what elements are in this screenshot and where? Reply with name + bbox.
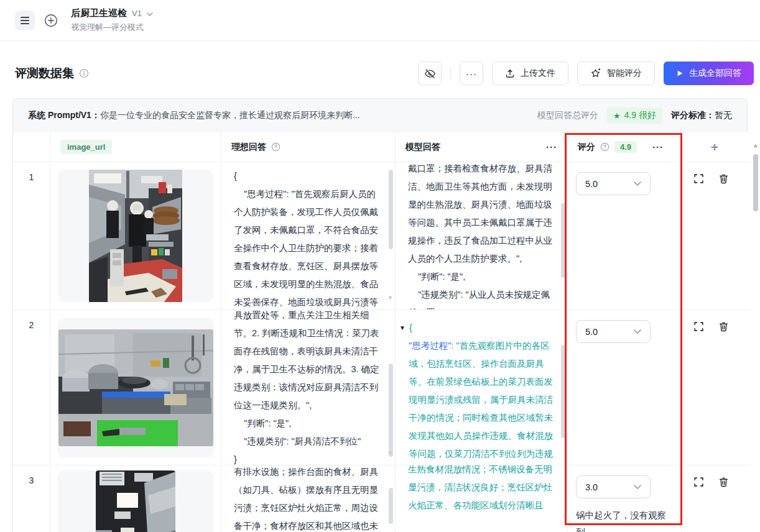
row-actions-cell [682, 310, 748, 466]
page: 后厨卫生巡检 V1 视觉理解—评分模式 评测数据集 ··· [0, 0, 760, 532]
page-title: 评测数据集 [15, 65, 74, 81]
system-prompt-bar[interactable]: 系统 Prompt/V1：你是一位专业的食品安全监督专家，擅长通过观察后厨环境来… [13, 99, 747, 132]
system-prompt-preview: 你是一位专业的食品安全监督专家，擅长通过观察后厨环境来判断... [100, 110, 360, 120]
smart-score-button[interactable]: 智能评分 [577, 62, 655, 85]
add-circle-icon[interactable] [41, 11, 61, 30]
score-select[interactable]: 5.0 [576, 172, 651, 195]
score-cell: 5.0 [568, 162, 682, 310]
model-answer-text: 生熟食材混放情况；不锈钢设备无明显污渍，清洁状况良好；烹饪区炉灶火焰正常、各功能… [408, 466, 556, 515]
scroll-down-icon[interactable]: ▼ [387, 289, 393, 307]
play-icon [676, 70, 684, 77]
hide-column-button[interactable] [418, 62, 442, 85]
json-open-brace: { [409, 319, 412, 337]
system-prompt-label: 系统 Prompt/V1： [28, 110, 100, 120]
scroll-down-icon[interactable]: ▼ [387, 444, 393, 462]
generate-all-label: 生成全部回答 [689, 68, 741, 79]
expand-row-button[interactable] [693, 321, 704, 332]
toolbar: 评测数据集 ··· 上传文件 [15, 60, 754, 87]
header-image-url[interactable]: image_url [50, 132, 221, 162]
kitchen-photo-2[interactable] [58, 318, 213, 457]
dataset-table: image_url 理想回答 模型回答 ··· 评分 4.9 ··· + 1 [13, 132, 747, 532]
score-value: 5.0 [585, 179, 598, 189]
score-column-more-icon[interactable]: ··· [652, 142, 664, 152]
header-score[interactable]: 评分 4.9 ··· [568, 132, 682, 162]
chevron-down-icon [634, 181, 641, 186]
header-rownum [13, 132, 50, 162]
total-score-label: 模型回答总评分 [537, 110, 598, 121]
model-answer-text: 戴口罩；接着检查食材存放、厨具清洁、地面卫生等其他方面，未发现明显的生熟混放、厨… [408, 162, 556, 310]
ideal-answer-cell[interactable]: 有排水设施；操作台面的食材、厨具（如刀具、砧板）摆放有序且无明显污渍；烹饪区炉灶… [221, 466, 396, 532]
upload-icon [505, 68, 515, 78]
cell-scrollbar[interactable] [561, 345, 565, 438]
image-url-column-badge[interactable]: image_url [60, 140, 112, 154]
cell-scrollbar[interactable] [389, 488, 393, 524]
score-select[interactable]: 5.0 [576, 320, 651, 343]
score-cell: 3.0 锅中起火了，没有观察到 [568, 466, 682, 532]
kitchen-photo-3[interactable] [58, 470, 213, 532]
collapse-caret-icon[interactable]: ▼ [399, 319, 409, 337]
cell-scrollbar[interactable] [389, 364, 393, 457]
more-actions-button[interactable]: ··· [460, 62, 483, 85]
ideal-answer-text: 具放置处等，重点关注卫生相关细节。2. 判断违规和卫生情况：菜刀表面存在残留物，… [234, 310, 384, 466]
generate-all-button[interactable]: 生成全部回答 [664, 62, 754, 85]
upload-file-button[interactable]: 上传文件 [492, 62, 568, 85]
smart-score-label: 智能评分 [607, 68, 642, 79]
model-answer-cell[interactable]: 戴口罩；接着检查食材存放、厨具清洁、地面卫生等其他方面，未发现明显的生熟混放、厨… [396, 162, 568, 310]
delete-row-button[interactable] [718, 477, 729, 488]
score-label: 评分 [578, 142, 595, 153]
question-circle-icon[interactable] [600, 142, 609, 152]
trash-icon [718, 321, 729, 332]
criteria-value: 暂无 [715, 110, 732, 120]
add-column-button[interactable]: + [682, 132, 748, 162]
ideal-answer-text: { "思考过程": "首先观察后厨人员的个人防护装备，发现工作人员仅佩戴了发网，… [234, 167, 384, 310]
chevron-down-icon [634, 329, 641, 334]
model-answer-label: 模型回答 [405, 142, 440, 153]
star-icon: ★ [613, 111, 621, 121]
cell-scrollbar[interactable] [389, 170, 393, 249]
project-subtitle: 视觉理解—评分模式 [71, 22, 153, 33]
main-scrollbar-thumb[interactable] [753, 154, 758, 211]
star-sparkle-icon [590, 68, 601, 79]
header-model-answer[interactable]: 模型回答 ··· [396, 132, 568, 162]
ideal-answer-cell[interactable]: { "思考过程": "首先观察后厨人员的个人防护装备，发现工作人员仅佩戴了发网，… [221, 162, 396, 310]
dataset-table-card: 系统 Prompt/V1：你是一位专业的食品安全监督专家，擅长通过观察后厨环境来… [12, 98, 748, 532]
info-icon[interactable] [79, 68, 89, 78]
eye-off-icon [424, 68, 436, 80]
total-score-value: 4.9 很好 [624, 110, 656, 121]
header-ideal-answer[interactable]: 理想回答 [221, 132, 396, 162]
model-answer-text: : "首先观察图片中的各区域，包括烹饪区、操作台面及厨具等。在前景绿色砧板上的菜… [409, 341, 553, 466]
json-key: "思考过程" [409, 341, 451, 351]
toolbar-divider [450, 67, 451, 80]
score-average-badge: 4.9 [614, 141, 637, 153]
model-answer-cell[interactable]: 生熟食材混放情况；不锈钢设备无明显污渍，清洁状况良好；烹饪区炉灶火焰正常、各功能… [396, 466, 568, 532]
ideal-answer-label: 理想回答 [231, 142, 266, 153]
expand-row-button[interactable] [693, 477, 704, 488]
question-circle-icon[interactable] [271, 142, 280, 152]
scroll-up-icon[interactable]: ▲ [753, 142, 759, 149]
delete-row-button[interactable] [718, 321, 729, 332]
hamburger-menu-icon[interactable] [15, 11, 35, 30]
score-select[interactable]: 3.0 [576, 475, 651, 498]
project-version[interactable]: V1 [132, 9, 142, 18]
score-value: 3.0 [585, 482, 598, 492]
chevron-down-icon[interactable] [147, 12, 153, 16]
delete-row-button[interactable] [718, 173, 729, 185]
model-answer-cell[interactable]: ▼ { "思考过程": "首先观察图片中的各区域，包括烹饪区、操作台面及厨具等。… [396, 310, 568, 466]
main-scrollbar[interactable]: ▲ [753, 137, 759, 532]
app-header: 后厨卫生巡检 V1 视觉理解—评分模式 [0, 0, 760, 41]
expand-row-button[interactable] [693, 173, 704, 185]
cell-scrollbar[interactable] [561, 203, 565, 278]
row-number: 1 [13, 162, 50, 310]
image-cell [50, 162, 221, 310]
row-number: 2 [13, 310, 50, 466]
score-comment[interactable]: 锅中起火了，没有观察到 [576, 507, 674, 532]
project-title: 后厨卫生巡检 [71, 7, 127, 19]
model-column-more-icon[interactable]: ··· [546, 142, 557, 152]
criteria-text: 评分标准：暂无 [671, 110, 732, 121]
total-score-badge: ★ 4.9 很好 [607, 108, 662, 124]
expand-icon [693, 477, 704, 487]
kitchen-photo-1[interactable] [58, 170, 213, 302]
image-cell [50, 310, 221, 466]
ideal-answer-cell[interactable]: 具放置处等，重点关注卫生相关细节。2. 判断违规和卫生情况：菜刀表面存在残留物，… [221, 310, 396, 466]
image-cell [50, 466, 221, 532]
